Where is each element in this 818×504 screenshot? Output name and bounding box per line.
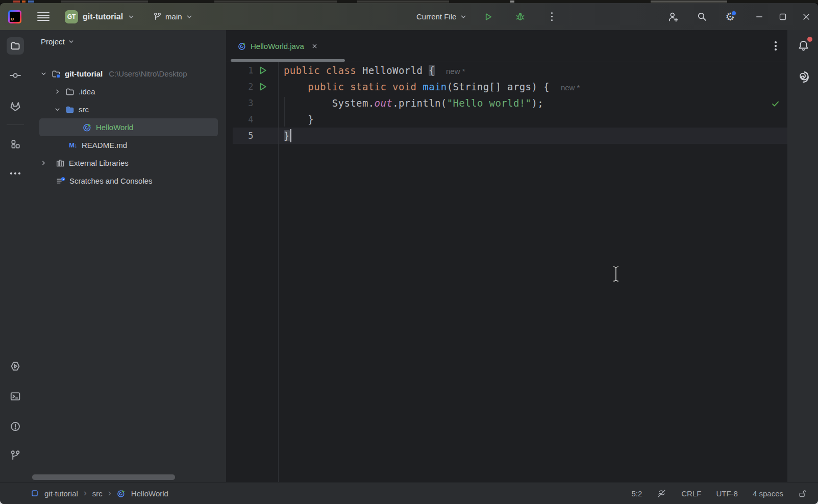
git-branch-widget[interactable]: main — [153, 12, 193, 21]
debug-button[interactable] — [510, 7, 530, 27]
stripe-divider — [7, 124, 24, 125]
run-configuration-selector[interactable]: Current File — [416, 12, 467, 21]
notifications-button[interactable] — [796, 38, 810, 53]
main-menu-button[interactable] — [37, 12, 49, 21]
project-toolwindow-button[interactable] — [7, 37, 24, 55]
run-main-gutter-icon[interactable] — [258, 82, 268, 92]
breadcrumb-helloworld[interactable]: HelloWorld — [131, 489, 168, 498]
chevron-collapsed-icon[interactable] — [53, 88, 61, 96]
code-viewport[interactable]: 1 public class HelloWorld {new * 2 publi… — [226, 62, 787, 482]
structure-toolwindow-button[interactable] — [8, 137, 22, 151]
desktop-speck — [510, 1, 514, 3]
tree-item-path: C:\Users\Nitro\Desktop — [109, 69, 187, 78]
tree-item-helloworld[interactable]: HelloWorld — [39, 118, 218, 136]
indent-widget[interactable]: 4 spaces — [753, 489, 783, 498]
vcs-inlay-hint: new * — [446, 67, 465, 75]
left-tool-stripe — [0, 30, 31, 482]
breadcrumbs: git-tutorial › src › HelloWorld — [0, 488, 168, 499]
tree-item-scratches[interactable]: Scratches and Consoles — [39, 172, 218, 190]
code-token: HelloWorld — [362, 65, 429, 76]
project-tree: git-tutorial C:\Users\Nitro\Desktop .ide… — [31, 65, 226, 190]
tree-item-idea-folder[interactable]: .idea — [39, 83, 218, 100]
services-toolwindow-button[interactable] — [8, 359, 22, 373]
status-bar: git-tutorial › src › HelloWorld 5:2 — [0, 482, 818, 504]
breadcrumb-project[interactable]: git-tutorial — [44, 489, 78, 498]
chevron-expanded-icon[interactable] — [39, 70, 47, 78]
tree-item-src-folder[interactable]: src — [39, 100, 218, 118]
tree-item-external-libraries[interactable]: External Libraries — [39, 154, 218, 172]
tree-item-label: External Libraries — [69, 159, 129, 167]
line-number: 5 — [226, 128, 254, 144]
code-line[interactable]: 4 } — [226, 111, 787, 128]
horizontal-scrollbar-thumb[interactable] — [32, 474, 175, 480]
settings-button[interactable]: ⚙ — [720, 7, 740, 27]
code-token: public static void — [308, 81, 423, 92]
highlighting-disabled-icon — [657, 489, 666, 498]
code-token: .println( — [392, 97, 447, 109]
code-token: main — [423, 81, 447, 92]
terminal-toolwindow-button[interactable] — [8, 389, 22, 404]
code-token: public class — [284, 65, 362, 76]
chevron-down-icon — [128, 13, 135, 20]
close-button[interactable] — [795, 3, 818, 30]
desktop-speck — [61, 1, 148, 3]
desktop-speck — [22, 1, 26, 3]
highlighting-level-widget[interactable] — [657, 489, 666, 498]
caret-position-widget[interactable]: 5:2 — [631, 489, 642, 498]
editor-area[interactable]: HelloWorld.java 1 — [226, 30, 787, 482]
more-actions-button[interactable] — [541, 7, 562, 27]
inspections-ok-icon[interactable] — [771, 99, 780, 108]
readonly-toggle-widget[interactable] — [798, 489, 807, 498]
code-with-me-button[interactable] — [663, 7, 683, 27]
titlebar: IJ GT git-tutorial main — [0, 3, 818, 30]
code-token: System. — [284, 97, 375, 109]
tree-item-label: Scratches and Consoles — [69, 177, 153, 185]
more-toolwindows-button[interactable] — [8, 166, 22, 181]
tree-item-git-tutorial[interactable]: git-tutorial C:\Users\Nitro\Desktop — [39, 65, 218, 83]
chevron-collapsed-icon[interactable] — [39, 159, 47, 167]
problems-toolwindow-button[interactable] — [8, 419, 22, 434]
kebab-icon — [551, 12, 553, 21]
desktop-speck — [28, 1, 34, 3]
tab-helloworld-java[interactable]: HelloWorld.java — [231, 30, 348, 62]
code-token: out — [375, 97, 393, 109]
commit-toolwindow-button[interactable] — [8, 68, 22, 83]
gitlab-toolwindow-button[interactable] — [8, 99, 22, 113]
run-button[interactable] — [478, 7, 499, 27]
ide-window: IJ GT git-tutorial main — [0, 3, 818, 504]
components-icon — [10, 139, 21, 149]
ellipsis-icon — [10, 172, 20, 174]
code-line[interactable]: 1 public class HelloWorld {new * — [226, 62, 787, 79]
tree-item-label: src — [79, 105, 89, 114]
branch-name: main — [165, 12, 182, 21]
project-name: git-tutorial — [83, 12, 123, 21]
code-line[interactable]: 5 } — [226, 128, 787, 144]
chevron-expanded-icon[interactable] — [53, 106, 61, 114]
search-everywhere-button[interactable] — [691, 7, 712, 27]
project-view-selector[interactable]: Project — [41, 37, 75, 46]
run-class-gutter-icon[interactable] — [258, 65, 268, 75]
line-separator-widget[interactable]: CRLF — [681, 489, 701, 498]
tree-item-readme[interactable]: M↓ README.md — [39, 136, 218, 154]
code-line[interactable]: 2 public static void main(String[] args)… — [226, 79, 787, 95]
markdown-file-icon: M↓ — [68, 141, 78, 150]
breadcrumb-separator: › — [108, 488, 111, 499]
encoding-widget[interactable]: UTF-8 — [716, 489, 738, 498]
editor-options-button[interactable] — [768, 38, 783, 54]
breadcrumb-src[interactable]: src — [92, 489, 103, 498]
close-icon — [802, 13, 810, 21]
tab-close-button[interactable] — [311, 43, 318, 49]
maximize-button[interactable] — [771, 3, 795, 30]
desktop-speck — [651, 1, 727, 3]
java-class-icon — [117, 489, 126, 498]
add-user-icon — [668, 12, 678, 22]
code-token: ); — [531, 97, 543, 109]
minimize-button[interactable] — [748, 3, 771, 30]
terminal-icon — [10, 391, 21, 402]
git-toolwindow-button[interactable] — [8, 448, 22, 463]
tree-item-label: HelloWorld — [96, 123, 133, 132]
code-line[interactable]: 3 System.out.println("Hello world!"); — [226, 95, 787, 111]
ai-assistant-button[interactable] — [796, 70, 810, 84]
project-widget[interactable]: GT git-tutorial — [65, 10, 135, 23]
run-configuration-label: Current File — [416, 12, 456, 21]
